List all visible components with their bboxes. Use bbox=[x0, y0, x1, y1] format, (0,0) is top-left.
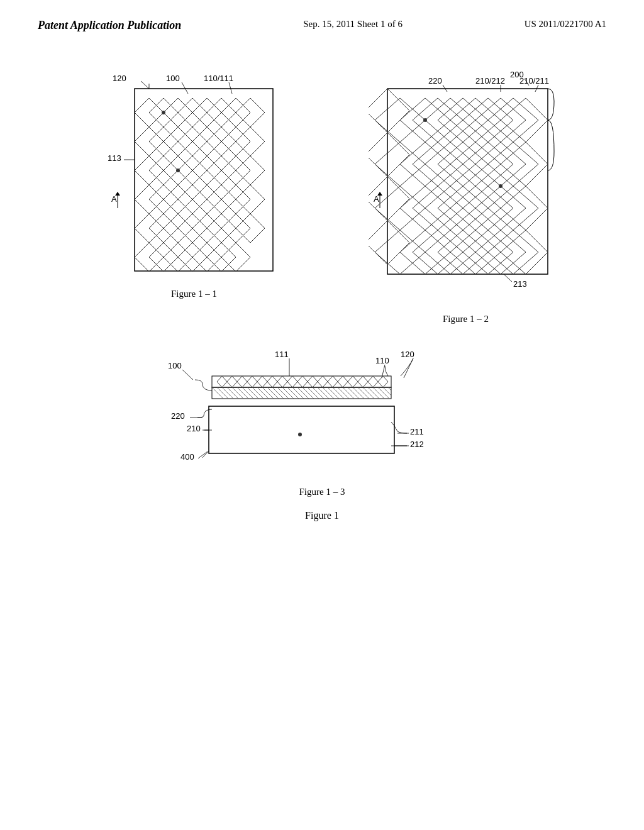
main-figure-caption: Figure 1 bbox=[38, 510, 606, 521]
svg-line-175 bbox=[292, 387, 304, 399]
svg-text:220: 220 bbox=[428, 76, 442, 86]
svg-point-196 bbox=[298, 433, 302, 436]
svg-marker-145 bbox=[257, 376, 267, 387]
svg-line-159 bbox=[212, 387, 223, 399]
svg-point-120 bbox=[423, 118, 427, 122]
svg-marker-76 bbox=[369, 89, 409, 133]
svg-marker-147 bbox=[277, 376, 287, 387]
svg-text:111: 111 bbox=[275, 350, 289, 359]
svg-line-186 bbox=[348, 387, 359, 399]
svg-line-166 bbox=[247, 387, 258, 399]
figure-1-2-container: 200 220 210/212 210/211 A bbox=[369, 70, 564, 324]
figure-1-1-svg: 120 100 110/111 113 A bbox=[106, 70, 282, 284]
svg-line-187 bbox=[353, 387, 364, 399]
svg-marker-155 bbox=[358, 376, 368, 387]
svg-text:100: 100 bbox=[166, 74, 180, 83]
figure-1-2-caption: Figure 1 – 2 bbox=[443, 314, 489, 324]
header-center: Sep. 15, 2011 Sheet 1 of 6 bbox=[303, 19, 402, 30]
svg-marker-154 bbox=[348, 376, 358, 387]
svg-marker-142 bbox=[227, 376, 237, 387]
svg-line-177 bbox=[303, 387, 314, 399]
svg-marker-141 bbox=[217, 376, 227, 387]
svg-line-160 bbox=[217, 387, 228, 399]
svg-line-178 bbox=[308, 387, 319, 399]
svg-line-169 bbox=[262, 387, 274, 399]
svg-line-74 bbox=[504, 274, 512, 282]
svg-text:A: A bbox=[374, 194, 379, 204]
svg-line-1 bbox=[141, 81, 149, 89]
svg-line-182 bbox=[328, 387, 339, 399]
svg-line-179 bbox=[313, 387, 324, 399]
svg-point-121 bbox=[499, 184, 502, 188]
svg-text:211: 211 bbox=[410, 427, 424, 436]
header-left: Patent Application Publication bbox=[38, 19, 181, 32]
svg-text:210/212: 210/212 bbox=[475, 76, 505, 86]
svg-text:212: 212 bbox=[410, 440, 424, 449]
svg-text:113: 113 bbox=[108, 153, 121, 163]
svg-line-123 bbox=[182, 370, 193, 380]
svg-text:110/111: 110/111 bbox=[204, 74, 233, 83]
figures-row-2: 100 111 110 120 220 210 bbox=[38, 350, 606, 497]
header-right: US 2011/0221700 A1 bbox=[525, 19, 606, 30]
figure-1-3-svg: 100 111 110 120 220 210 bbox=[133, 350, 511, 482]
svg-text:A: A bbox=[111, 194, 117, 204]
svg-text:210: 210 bbox=[187, 424, 201, 433]
figure-1-3-caption: Figure 1 – 3 bbox=[299, 487, 345, 497]
svg-line-173 bbox=[282, 387, 294, 399]
svg-text:400: 400 bbox=[180, 452, 194, 462]
svg-marker-157 bbox=[378, 376, 388, 387]
svg-line-192 bbox=[378, 387, 389, 399]
svg-line-181 bbox=[323, 387, 334, 399]
svg-text:213: 213 bbox=[513, 279, 527, 289]
figure-1-3-container: 100 111 110 120 220 210 bbox=[133, 350, 511, 497]
svg-marker-10 bbox=[115, 192, 120, 196]
svg-line-194 bbox=[388, 387, 391, 390]
svg-marker-149 bbox=[297, 376, 308, 387]
svg-point-59 bbox=[162, 111, 165, 114]
svg-line-176 bbox=[297, 387, 309, 399]
svg-line-168 bbox=[257, 387, 269, 399]
svg-text:210/211: 210/211 bbox=[519, 76, 549, 86]
svg-line-184 bbox=[338, 387, 349, 399]
svg-line-5 bbox=[229, 82, 232, 94]
svg-marker-144 bbox=[247, 376, 257, 387]
svg-line-174 bbox=[287, 387, 299, 399]
svg-line-167 bbox=[252, 387, 264, 399]
svg-line-164 bbox=[237, 387, 248, 399]
page: Patent Application Publication Sep. 15, … bbox=[0, 0, 644, 830]
svg-line-3 bbox=[182, 82, 188, 94]
svg-marker-72 bbox=[377, 192, 382, 196]
svg-rect-195 bbox=[209, 406, 394, 453]
figure-1-1-caption: Figure 1 – 1 bbox=[171, 289, 217, 299]
svg-line-162 bbox=[227, 387, 238, 399]
svg-line-189 bbox=[363, 387, 374, 399]
svg-marker-148 bbox=[287, 376, 297, 387]
svg-marker-150 bbox=[308, 376, 318, 387]
svg-line-172 bbox=[277, 387, 289, 399]
svg-marker-143 bbox=[237, 376, 247, 387]
svg-text:220: 220 bbox=[171, 411, 185, 421]
figures-row-1: 120 100 110/111 113 A bbox=[38, 70, 606, 324]
svg-line-188 bbox=[358, 387, 369, 399]
svg-text:100: 100 bbox=[168, 361, 182, 370]
svg-marker-152 bbox=[328, 376, 338, 387]
svg-point-60 bbox=[176, 169, 180, 172]
svg-line-190 bbox=[368, 387, 379, 399]
svg-line-163 bbox=[232, 387, 243, 399]
svg-marker-156 bbox=[368, 376, 378, 387]
main-content: 120 100 110/111 113 A bbox=[0, 38, 644, 534]
svg-line-171 bbox=[272, 387, 284, 399]
figure-1-1-container: 120 100 110/111 113 A bbox=[106, 70, 282, 299]
svg-marker-146 bbox=[267, 376, 277, 387]
svg-line-185 bbox=[343, 387, 354, 399]
svg-text:120: 120 bbox=[113, 74, 126, 83]
svg-line-170 bbox=[267, 387, 279, 399]
svg-marker-151 bbox=[318, 376, 328, 387]
svg-line-193 bbox=[383, 387, 391, 396]
svg-text:120: 120 bbox=[401, 350, 414, 359]
figure-1-2-svg: 200 220 210/212 210/211 A bbox=[369, 70, 564, 309]
svg-text:110: 110 bbox=[375, 356, 389, 365]
svg-line-183 bbox=[333, 387, 344, 399]
svg-line-165 bbox=[242, 387, 253, 399]
svg-rect-75 bbox=[387, 89, 548, 274]
